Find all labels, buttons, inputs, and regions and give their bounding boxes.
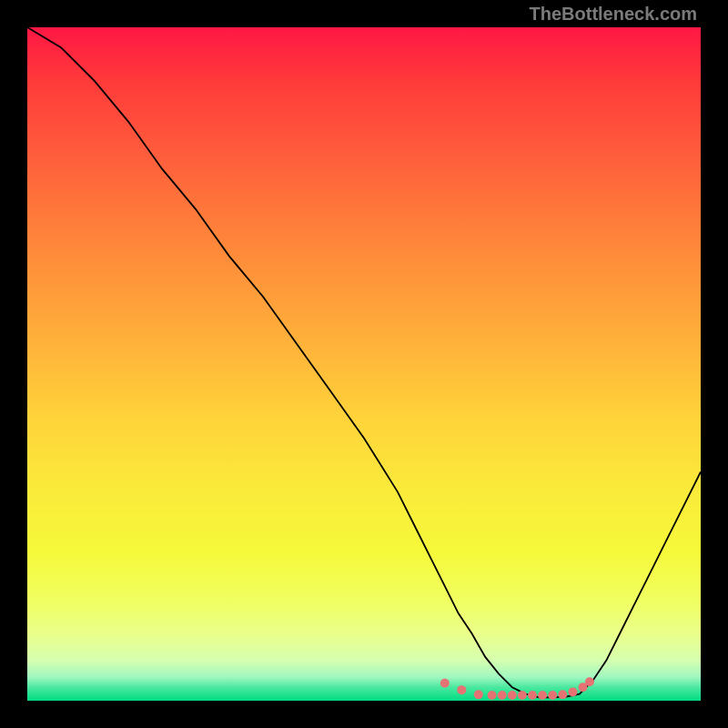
curve-marker — [474, 690, 483, 699]
curve-marker — [488, 691, 497, 700]
curve-marker — [568, 687, 577, 696]
chart-frame: TheBottleneck.com — [0, 0, 728, 728]
curve-marker — [508, 691, 517, 700]
chart-svg — [27, 27, 701, 701]
curve-marker — [528, 691, 537, 700]
curve-marker — [498, 691, 507, 700]
watermark-text: TheBottleneck.com — [530, 4, 697, 25]
curve-marker — [457, 685, 466, 694]
curve-marker — [558, 690, 567, 699]
curve-marker — [585, 677, 594, 686]
curve-marker — [518, 691, 527, 700]
curve-marker — [548, 691, 557, 700]
bottleneck-curve — [27, 27, 701, 697]
curve-marker — [440, 679, 450, 688]
curve-marker — [538, 691, 547, 700]
chart-plot-area — [27, 27, 701, 701]
